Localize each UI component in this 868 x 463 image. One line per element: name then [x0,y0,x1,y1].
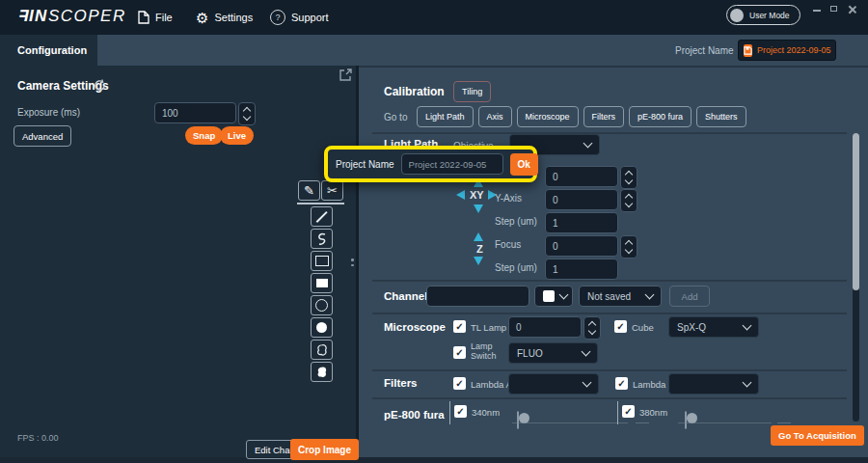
goto-axis-button[interactable]: Axis [478,106,512,127]
z-step-input[interactable] [545,259,618,280]
cube-checkbox[interactable]: ✓ [614,320,627,333]
focus-input[interactable] [545,235,618,257]
tl-lamp-stepper [508,316,600,340]
pe800-separator [449,401,450,424]
z-pad-label: Z [476,243,483,255]
filters-title: Filters [384,377,418,389]
tl-lamp-input[interactable] [508,316,582,338]
scrollbar-thumb[interactable] [853,133,859,290]
ellipse-tool-button[interactable] [311,295,333,315]
lamp-switch-label: Lamp Switch [471,341,497,362]
z-up-arrow[interactable] [474,232,483,241]
snap-button[interactable]: Snap [185,126,223,145]
lamp-switch-dropdown[interactable]: FLUO [508,342,598,364]
exposure-input[interactable] [154,102,236,123]
inscoper-logo: FINSCOPER [17,7,126,26]
window-close-icon[interactable] [848,5,856,14]
pencil-tool-button[interactable]: ✎ [298,180,320,201]
ch340-toggle[interactable] [517,411,519,429]
window-maximize-icon[interactable] [830,6,837,12]
scissors-tool-button[interactable]: ✂ [321,180,343,201]
goto-label: Go to [384,112,407,123]
filled-ellipse-tool-button[interactable] [311,317,333,338]
filled-freehand-tool-button[interactable] [311,362,333,382]
splitter-handle[interactable] [351,259,354,266]
channel-name-input[interactable] [426,286,529,307]
save-icon [744,44,752,57]
tiling-button[interactable]: Tiling [453,81,491,102]
section-divider [372,313,847,314]
channel-color-dropdown[interactable] [534,286,573,307]
channel-saved-value: Not saved [587,291,631,302]
xy-left-arrow[interactable] [456,190,465,200]
focus-spinner[interactable] [620,235,637,259]
menu-settings[interactable]: ⚙ Settings [196,8,253,27]
popup-ok-button[interactable]: Ok [510,153,538,176]
section-divider [372,369,847,371]
chevron-down-icon [559,290,569,300]
project-name-label: Project Name [675,45,734,56]
window-minimize-icon[interactable] [813,10,821,12]
goto-light-path-button[interactable]: Light Path [417,106,474,127]
focus-label: Focus [495,239,521,250]
curve-tool-button[interactable] [311,229,333,249]
panel-top-divider [359,66,868,68]
live-button[interactable]: Live [220,126,254,145]
user-mode-knob [730,9,744,22]
goto-shutters-button[interactable]: Shutters [696,106,746,127]
rectangle-tool-button[interactable] [311,251,333,271]
ch340-checkbox[interactable]: ✓ [454,405,467,418]
user-mode-label: User Mode [749,11,790,20]
lambda-a-checkbox[interactable]: ✓ [453,377,466,390]
freehand-icon [315,343,329,357]
exposure-label: Exposure (ms) [17,107,80,118]
menu-support[interactable]: ? Support [270,8,329,27]
cube-label: Cube [632,322,654,333]
ch380-track [678,422,772,423]
go-to-acquisition-button[interactable]: Go To Acquisition [771,425,864,446]
calibration-title: Calibration [384,85,445,98]
popup-project-name-input[interactable] [401,153,503,175]
panel-divider [356,66,359,463]
tl-lamp-spinner[interactable] [583,316,601,340]
xy-down-arrow[interactable] [474,204,483,213]
chevron-down-icon [583,378,592,388]
popup-project-name-label: Project Name [336,159,394,170]
lambda-c-dropdown[interactable] [668,373,759,395]
channel-saved-dropdown[interactable]: Not saved [579,286,662,307]
goto-filters-button[interactable]: Filters [583,106,625,127]
refresh-icon[interactable] [94,79,106,92]
filled-rectangle-tool-button[interactable] [311,273,333,293]
z-down-arrow[interactable] [474,257,483,265]
x-axis-spinner[interactable] [620,166,637,189]
filled-rectangle-icon [316,279,328,287]
line-tool-button[interactable] [311,206,333,227]
tl-lamp-checkbox[interactable]: ✓ [453,320,466,333]
cube-dropdown[interactable]: SpX-Q [668,316,759,338]
advanced-button[interactable]: Advanced [14,125,71,147]
project-name-field[interactable]: Project 2022-09-05 [738,40,836,61]
ch380-toggle[interactable] [685,411,687,429]
crop-image-button[interactable]: Crop Image [290,439,359,460]
tool-underline [297,203,344,204]
line-icon [316,211,328,223]
y-axis-spinner[interactable] [620,189,637,212]
lambda-a-dropdown[interactable] [508,373,599,395]
ch380-checkbox[interactable]: ✓ [622,405,635,418]
section-divider [372,280,847,282]
y-axis-input[interactable] [545,189,618,210]
popout-icon[interactable] [339,68,353,82]
tab-configuration[interactable]: Configuration [0,35,97,66]
lambda-c-checkbox[interactable]: ✓ [615,377,628,390]
xy-step-input[interactable] [545,212,618,233]
x-axis-input[interactable] [545,166,618,187]
filled-ellipse-icon [316,322,327,333]
menu-file[interactable]: File [138,8,173,27]
user-mode-toggle[interactable]: User Mode [726,5,800,25]
goto-pe800-button[interactable]: pE-800 fura [629,106,692,127]
goto-microscope-button[interactable]: Microscope [517,106,579,127]
exposure-spinner[interactable] [238,102,256,125]
lamp-switch-checkbox[interactable]: ✓ [453,346,466,359]
freehand-tool-button[interactable] [311,340,333,360]
add-channel-button[interactable]: Add [669,286,710,307]
